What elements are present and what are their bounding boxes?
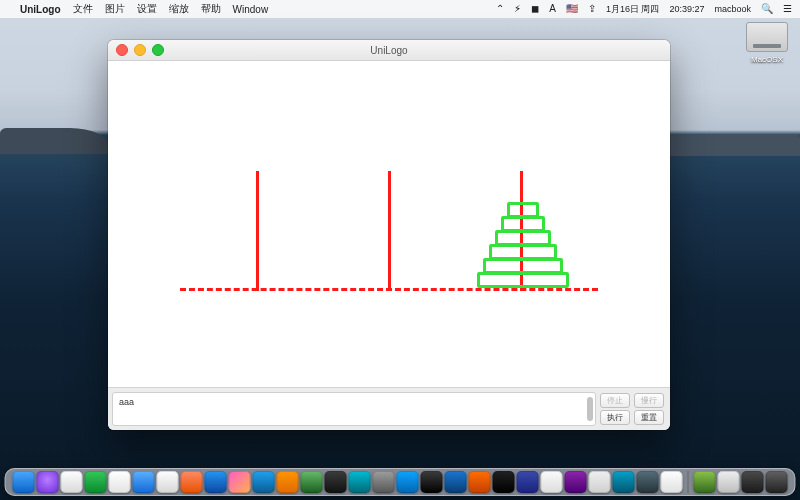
command-text: aaa [119, 397, 134, 407]
dock-app-6[interactable] [157, 471, 179, 493]
menu-file[interactable]: 文件 [73, 2, 93, 16]
dock-app-24[interactable] [589, 471, 611, 493]
disk-icon [746, 22, 788, 52]
dock-app-20[interactable] [493, 471, 515, 493]
menubar-time[interactable]: 20:39:27 [669, 4, 704, 14]
dock-app-11[interactable] [277, 471, 299, 493]
canvas [108, 61, 670, 387]
dock-app-26[interactable] [637, 471, 659, 493]
hanoi-disc-3 [495, 230, 551, 246]
dock-app-25[interactable] [613, 471, 635, 493]
hanoi-disc-5 [483, 258, 563, 274]
menu-help[interactable]: 帮助 [201, 2, 221, 16]
disk-label: MacOSX [746, 55, 788, 64]
bg-rock [0, 128, 110, 154]
hanoi-disc-1 [507, 202, 539, 218]
hanoi-disc-4 [489, 244, 557, 260]
dock-app-0[interactable] [13, 471, 35, 493]
caps-icon[interactable]: ⇪ [588, 4, 596, 14]
ime-icon[interactable]: A [549, 4, 556, 14]
dock-app-30[interactable] [742, 471, 764, 493]
dock-app-5[interactable] [133, 471, 155, 493]
dock-app-8[interactable] [205, 471, 227, 493]
dock-app-23[interactable] [565, 471, 587, 493]
menu-settings[interactable]: 设置 [137, 2, 157, 16]
dock-app-15[interactable] [373, 471, 395, 493]
dock-app-3[interactable] [85, 471, 107, 493]
menu-zoom[interactable]: 缩放 [169, 2, 189, 16]
dock-app-2[interactable] [61, 471, 83, 493]
dock-app-18[interactable] [445, 471, 467, 493]
desktop: UniLogo 文件 图片 设置 缩放 帮助 Window ⌃ ⚡︎ ◼︎ A … [0, 0, 800, 500]
run-button[interactable]: 执行 [600, 410, 630, 425]
dock-app-1[interactable] [37, 471, 59, 493]
stop-button[interactable]: 停止 [600, 393, 630, 408]
command-bar: aaa 停止 慢行 执行 重置 [108, 387, 670, 430]
wifi-icon[interactable]: ⌃ [496, 4, 504, 14]
dock-app-17[interactable] [421, 471, 443, 493]
control-center-icon[interactable]: ☰ [783, 4, 792, 14]
dock-app-9[interactable] [229, 471, 251, 493]
hanoi-disc-6 [477, 272, 569, 288]
dock-app-14[interactable] [349, 471, 371, 493]
volume-icon[interactable]: ◼︎ [531, 4, 539, 14]
scrollbar[interactable] [587, 397, 593, 421]
dock-app-29[interactable] [718, 471, 740, 493]
flag-icon[interactable]: 🇺🇸 [566, 4, 578, 14]
window-title: UniLogo [108, 45, 670, 56]
dock-app-28[interactable] [694, 471, 716, 493]
spotlight-icon[interactable]: 🔍 [761, 4, 773, 14]
step-button[interactable]: 慢行 [634, 393, 664, 408]
desktop-disk[interactable]: MacOSX [746, 22, 788, 64]
titlebar[interactable]: UniLogo [108, 40, 670, 61]
menubar: UniLogo 文件 图片 设置 缩放 帮助 Window ⌃ ⚡︎ ◼︎ A … [0, 0, 800, 18]
menu-window[interactable]: Window [233, 4, 269, 15]
hanoi-peg-2 [388, 171, 391, 291]
dock-app-12[interactable] [301, 471, 323, 493]
minimize-button[interactable] [134, 44, 146, 56]
dock-app-31[interactable] [766, 471, 788, 493]
hanoi-peg-1 [256, 171, 259, 291]
dock-app-21[interactable] [517, 471, 539, 493]
dock-app-27[interactable] [661, 471, 683, 493]
app-menu[interactable]: UniLogo [20, 4, 61, 15]
unilogo-window: UniLogo aaa 停止 慢行 [108, 40, 670, 430]
menu-image[interactable]: 图片 [105, 2, 125, 16]
reset-button[interactable]: 重置 [634, 410, 664, 425]
dock-app-16[interactable] [397, 471, 419, 493]
dock-app-19[interactable] [469, 471, 491, 493]
menubar-status: ⌃ ⚡︎ ◼︎ A 🇺🇸 ⇪ 1月16日 周四 20:39:27 macbook… [496, 3, 792, 16]
dock-app-7[interactable] [181, 471, 203, 493]
dock-app-22[interactable] [541, 471, 563, 493]
battery-icon[interactable]: ⚡︎ [514, 4, 521, 14]
menubar-user[interactable]: macbook [714, 4, 751, 14]
menubar-date[interactable]: 1月16日 周四 [606, 3, 660, 16]
dock [5, 468, 796, 496]
dock-separator [688, 471, 689, 493]
zoom-button[interactable] [152, 44, 164, 56]
command-input[interactable]: aaa [112, 392, 596, 426]
dock-app-13[interactable] [325, 471, 347, 493]
dock-app-10[interactable] [253, 471, 275, 493]
dock-app-4[interactable] [109, 471, 131, 493]
close-button[interactable] [116, 44, 128, 56]
hanoi-disc-2 [501, 216, 545, 232]
